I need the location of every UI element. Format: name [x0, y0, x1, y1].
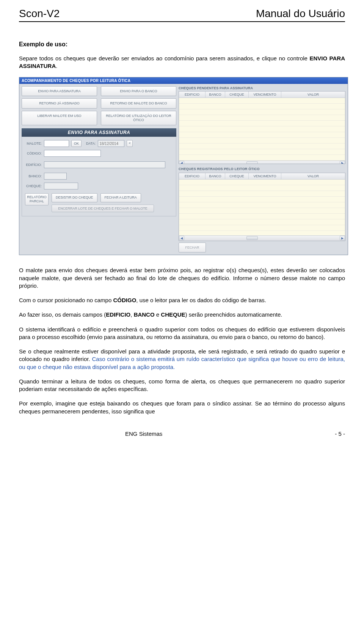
pending-grid-body — [179, 98, 345, 161]
body-p1: O malote para envio dos cheques deverá e… — [19, 266, 345, 290]
col-edificio[interactable]: EDIFICIO — [179, 91, 206, 98]
relatorio-parcial-button[interactable]: RELATÓRIO PARCIAL — [25, 193, 49, 205]
scroll-thumb[interactable] — [246, 236, 258, 240]
scroll-left-icon[interactable]: ◀ — [179, 236, 184, 240]
liberar-malote-button[interactable]: LIBERAR MALOTE EM USO — [22, 111, 97, 125]
body-p4: O sistema identificará o edifício e pree… — [19, 326, 345, 341]
registered-grid-header: EDIFICIO BANCO CHEQUE VENCIMENTO VALOR — [179, 173, 345, 180]
right-pane: CHEQUES PENDENTES PARA ASSINATURA EDIFIC… — [179, 84, 348, 255]
desistir-cheque-button[interactable]: DESISTIR DO CHEQUE — [52, 193, 97, 202]
section-title: Exemplo de uso: — [19, 41, 345, 48]
pending-grid-header: EDIFICIO BANCO CHEQUE VENCIMENTO VALOR — [179, 91, 345, 98]
intro-text-c: . — [56, 63, 57, 69]
col-edificio[interactable]: EDIFICIO — [179, 173, 206, 179]
relatorio-leitor-button[interactable]: RELATÓRIO DE UTILIZAÇÃO DO LEITOR ÓTICO — [101, 111, 176, 125]
scroll-right-icon[interactable]: ▶ — [340, 236, 345, 240]
pending-grid: EDIFICIO BANCO CHEQUE VENCIMENTO VALOR ◀… — [179, 91, 345, 164]
fechar-button[interactable]: FECHAR — [179, 243, 206, 253]
intro-paragraph: Separe todos os cheques que deverão ser … — [19, 55, 345, 70]
intro-text-a: Separe todos os cheques que deverão ser … — [19, 55, 309, 61]
col-banco[interactable]: BANCO — [206, 91, 225, 98]
data-label: DATA: — [86, 142, 96, 145]
header-right: Manual do Usuário — [256, 8, 345, 20]
envio-banco-button[interactable]: ENVIO PARA O BANCO — [101, 86, 176, 96]
body-p6: Quando terminar a leitura de todos os ch… — [19, 378, 345, 393]
header-left: Scon-V2 — [19, 8, 60, 20]
footer-right: - 5 - — [335, 430, 345, 437]
data-input[interactable] — [98, 140, 124, 147]
col-vencimento[interactable]: VENCIMENTO — [249, 91, 281, 98]
col-cheque[interactable]: CHEQUE — [225, 91, 249, 98]
malote-label: MALOTE: — [25, 142, 42, 145]
app-window: ACOMPANHAMENTO DE CHEQUES POR LEITURA ÓT… — [19, 77, 348, 255]
codigo-label: CÓDIGO: — [25, 151, 42, 155]
edificio-input[interactable] — [44, 161, 165, 168]
banco-label: BANCO: — [25, 174, 42, 178]
registered-grid-body — [179, 180, 345, 235]
footer-left: ENG Sistemas — [125, 430, 162, 437]
col-banco[interactable]: BANCO — [206, 173, 225, 179]
col-vencimento[interactable]: VENCIMENTO — [249, 173, 281, 179]
body-p5: Se o cheque realmente estiver disponível… — [19, 348, 345, 371]
scroll-left-icon[interactable]: ◀ — [179, 161, 184, 164]
codigo-input[interactable] — [44, 150, 101, 157]
app-titlebar: ACOMPANHAMENTO DE CHEQUES POR LEITURA ÓT… — [19, 77, 348, 84]
envio-assinatura-button[interactable]: ENVIO PARA ASSINATURA — [22, 86, 97, 96]
scroll-right-icon[interactable]: ▶ — [340, 161, 345, 164]
cheque-label: CHEQUE: — [25, 184, 42, 188]
pending-title: CHEQUES PENDENTES PARA ASSINATURA — [179, 86, 345, 90]
registered-hscroll[interactable]: ◀ ▶ — [179, 235, 345, 241]
date-prev-button[interactable]: < — [127, 140, 133, 147]
body-p7: Por exemplo, imagine que esteja baixando… — [19, 400, 345, 415]
body-p3: Ao fazer isso, os demais campos (EDIFICI… — [19, 311, 345, 319]
encerrar-lote-button[interactable]: ENCERRAR LOTE DE CHEQUES E FECHAR O MALO… — [52, 205, 154, 212]
banco-input[interactable] — [44, 173, 67, 180]
cheque-input[interactable] — [44, 183, 78, 189]
col-valor[interactable]: VALOR — [281, 91, 345, 98]
left-pane: ENVIO PARA ASSINATURA ENVIO PARA O BANCO… — [19, 84, 179, 255]
doc-footer: ENG Sistemas - 5 - — [19, 430, 345, 437]
retorno-malote-button[interactable]: RETORNO DE MALOTE DO BANCO — [101, 98, 176, 109]
malote-input[interactable] — [44, 140, 69, 147]
registered-title: CHEQUES REGISTRADOS PELO LEITOR ÓTICO — [179, 167, 345, 171]
col-cheque[interactable]: CHEQUE — [225, 173, 249, 179]
edificio-label: EDIFÍCIO: — [25, 163, 42, 167]
envio-panel: MALOTE: OK DATA: < CÓDIGO: EDIFÍCIO: BAN… — [22, 137, 176, 217]
registered-grid: EDIFICIO BANCO CHEQUE VENCIMENTO VALOR ◀… — [179, 173, 345, 241]
col-valor[interactable]: VALOR — [281, 173, 345, 179]
retorno-assinado-button[interactable]: RETORNO JÁ ASSINADO — [22, 98, 97, 109]
scroll-thumb[interactable] — [246, 161, 258, 164]
body-p2: Com o cursor posicionado no campo CÓDIGO… — [19, 296, 345, 304]
pending-hscroll[interactable]: ◀ ▶ — [179, 161, 345, 164]
doc-header: Scon-V2 Manual do Usuário — [19, 8, 345, 22]
fechar-leitura-button[interactable]: FECHAR A LEITURA — [100, 193, 141, 202]
ok-button[interactable]: OK — [71, 140, 82, 147]
sub-panel-title: ENVIO PARA ASSINATURA — [22, 128, 176, 137]
